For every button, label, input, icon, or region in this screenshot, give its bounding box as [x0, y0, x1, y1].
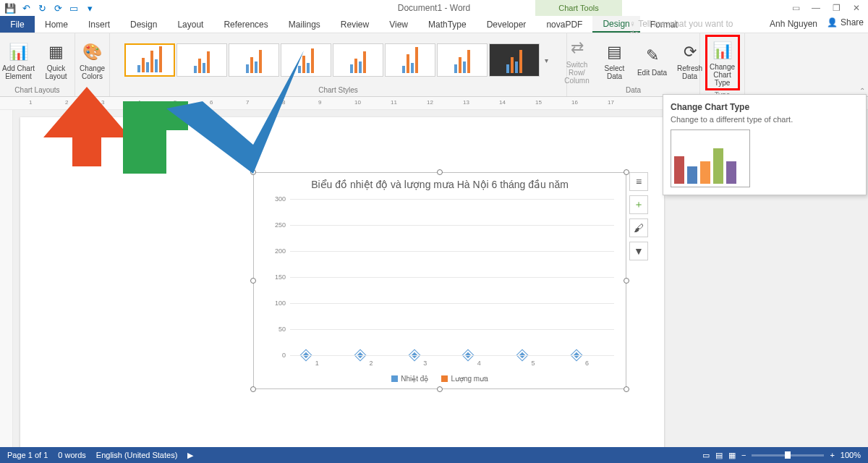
- ribbon-options-icon[interactable]: ▭: [787, 1, 804, 14]
- svg-marker-0: [43, 87, 130, 166]
- view-web-icon[interactable]: ▦: [728, 451, 736, 460]
- style-thumb-6[interactable]: [385, 43, 435, 77]
- save-icon[interactable]: 💾: [4, 2, 16, 14]
- tab-review[interactable]: Review: [331, 16, 379, 33]
- legend-item-2[interactable]: Lượng mưa: [441, 375, 488, 383]
- zoom-thumb[interactable]: [785, 451, 791, 459]
- share-label: Share: [841, 17, 864, 27]
- user-name[interactable]: Anh Nguyen: [770, 19, 817, 29]
- chart-object[interactable]: Biểu đồ nhiệt độ và lượng mưa Hà Nội 6 t…: [253, 172, 626, 389]
- group-label: Chart Styles: [318, 85, 357, 95]
- tab-mailings[interactable]: Mailings: [278, 16, 331, 33]
- restore-icon[interactable]: ❐: [827, 1, 845, 14]
- tooltip-title: Change Chart Type: [671, 102, 859, 112]
- ruler-vertical[interactable]: [0, 110, 13, 447]
- zoom-slider[interactable]: [752, 454, 824, 456]
- zoom-out-icon[interactable]: −: [741, 451, 746, 459]
- legend-swatch: [441, 375, 448, 382]
- tab-references[interactable]: References: [213, 16, 278, 33]
- select-data-icon: ▤: [603, 40, 626, 63]
- resize-handle[interactable]: [624, 386, 629, 392]
- label: Edit Data: [637, 69, 667, 77]
- chart-title[interactable]: Biểu đồ nhiệt độ và lượng mưa Hà Nội 6 t…: [254, 173, 626, 193]
- macro-icon[interactable]: ▶: [187, 451, 193, 460]
- plot-area[interactable]: 050100150200250300: [290, 199, 614, 355]
- change-chart-type-icon: 📊: [711, 38, 734, 61]
- legend[interactable]: Nhiệt độ Lượng mưa: [254, 375, 626, 383]
- resize-handle[interactable]: [250, 278, 256, 284]
- tab-design[interactable]: Design: [120, 16, 167, 33]
- status-page[interactable]: Page 1 of 1: [7, 451, 48, 459]
- resize-handle[interactable]: [437, 386, 443, 392]
- tab-novapdf[interactable]: novaPDF: [536, 16, 592, 33]
- legend-label: Lượng mưa: [451, 375, 488, 383]
- view-read-icon[interactable]: ▭: [702, 451, 710, 460]
- quick-access-toolbar: 💾 ↶ ↻ ⟳ ▭ ▾ Document1 - Word Chart Tools…: [0, 0, 868, 16]
- legend-item-1[interactable]: Nhiệt độ: [391, 375, 428, 383]
- x-axis: 123456: [290, 360, 614, 367]
- zoom-percent[interactable]: 100%: [841, 451, 861, 459]
- tab-insert[interactable]: Insert: [78, 16, 120, 33]
- tooltip-change-chart-type: Change Chart Type Change to a different …: [663, 94, 867, 195]
- status-bar: Page 1 of 1 0 words English (United Stat…: [0, 447, 868, 463]
- tab-home[interactable]: Home: [35, 16, 78, 33]
- minimize-icon[interactable]: —: [807, 1, 825, 14]
- resize-handle[interactable]: [624, 278, 629, 284]
- legend-swatch: [391, 375, 398, 382]
- chart-filter-funnel-button[interactable]: ▼: [629, 242, 648, 260]
- sync-icon[interactable]: ⟳: [52, 2, 64, 14]
- close-icon[interactable]: ✕: [848, 1, 865, 14]
- tab-view[interactable]: View: [379, 16, 418, 33]
- resize-handle[interactable]: [437, 169, 443, 175]
- chart-elements-button[interactable]: ≡: [629, 172, 648, 191]
- zoom-in-icon[interactable]: +: [830, 451, 834, 459]
- chart-styles-button[interactable]: ＋: [629, 195, 648, 214]
- dropdown-icon[interactable]: ▾: [84, 2, 95, 14]
- change-chart-type-button[interactable]: 📊Change Chart Type: [705, 35, 740, 90]
- tooltip-preview: [671, 129, 750, 187]
- share-button[interactable]: 👤Share: [827, 17, 864, 27]
- label: Change Chart Type: [709, 63, 736, 87]
- share-icon: 👤: [827, 17, 838, 27]
- edit-data-button[interactable]: ✎Edit Data: [635, 44, 670, 77]
- undo-icon[interactable]: ↶: [20, 2, 32, 14]
- resize-handle[interactable]: [624, 169, 629, 175]
- chart-filters-button[interactable]: 🖌: [629, 218, 648, 237]
- overlay-logo: [22, 43, 304, 191]
- gallery-more-icon[interactable]: ▾: [541, 56, 553, 64]
- view-print-icon[interactable]: ▤: [715, 451, 723, 460]
- document-title: Document1 - Word: [398, 3, 470, 13]
- tab-developer[interactable]: Developer: [477, 16, 537, 33]
- pointer-icon[interactable]: ▭: [68, 2, 80, 14]
- tab-mathtype[interactable]: MathType: [418, 16, 477, 33]
- status-language[interactable]: English (United States): [96, 451, 178, 459]
- y-axis: 050100150200250300: [263, 199, 289, 355]
- style-thumb-8[interactable]: [489, 43, 540, 77]
- status-words[interactable]: 0 words: [58, 451, 86, 459]
- svg-marker-3: [166, 51, 304, 174]
- switch-row-icon: ⇄: [566, 36, 589, 59]
- edit-data-icon: ✎: [641, 44, 664, 67]
- label: Select Data: [597, 64, 632, 80]
- chart-side-buttons: ≡ ＋ 🖌 ▼: [629, 172, 648, 260]
- legend-label: Nhiệt độ: [401, 375, 428, 383]
- style-thumb-7[interactable]: [437, 43, 488, 77]
- resize-handle[interactable]: [250, 386, 256, 392]
- group-label: Data: [626, 85, 641, 95]
- switch-row-column-button: ⇄Switch Row/ Column: [560, 36, 595, 85]
- tab-file[interactable]: File: [0, 16, 35, 33]
- chart-tools-contextual: Chart Tools: [535, 0, 622, 16]
- ribbon-tabs: File Home Insert Design Layout Reference…: [0, 16, 868, 33]
- select-data-button[interactable]: ▤Select Data: [597, 40, 632, 80]
- redo-icon[interactable]: ↻: [36, 2, 48, 14]
- tooltip-desc: Change to a different type of chart.: [671, 115, 859, 124]
- style-thumb-5[interactable]: [333, 43, 383, 77]
- label: Switch Row/ Column: [560, 61, 595, 85]
- refresh-data-icon: ⟳: [678, 40, 702, 63]
- tab-layout[interactable]: Layout: [167, 16, 213, 33]
